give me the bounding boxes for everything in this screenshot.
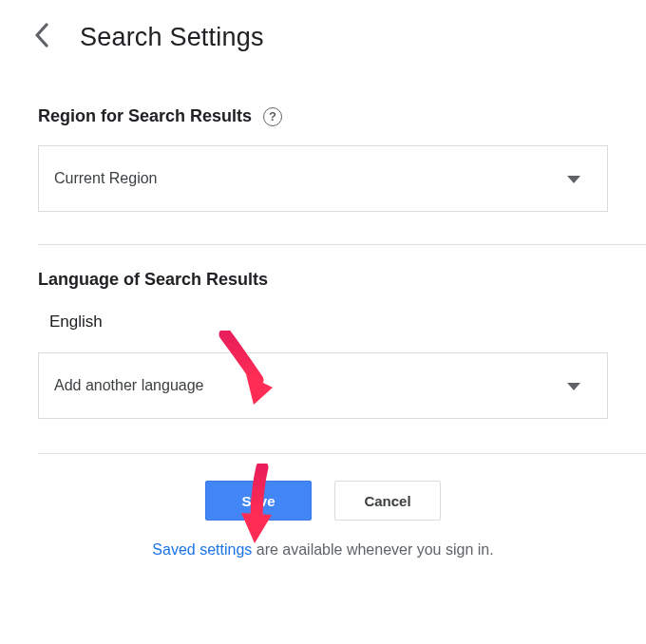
- footer-rest: are available whenever you sign in.: [252, 541, 493, 558]
- region-section: Region for Search Results ? Current Regi…: [0, 106, 646, 212]
- saved-settings-link[interactable]: Saved settings: [152, 541, 252, 558]
- header: Search Settings: [0, 0, 646, 65]
- add-language-dropdown[interactable]: Add another language: [38, 352, 608, 419]
- cancel-button[interactable]: Cancel: [334, 481, 441, 521]
- region-dropdown-value: Current Region: [54, 170, 158, 187]
- current-language: English: [38, 309, 608, 352]
- help-icon[interactable]: ?: [263, 107, 282, 126]
- language-section: Language of Search Results English Add a…: [0, 270, 646, 419]
- chevron-down-icon: [567, 170, 580, 187]
- region-dropdown[interactable]: Current Region: [38, 145, 608, 212]
- language-section-title: Language of Search Results: [38, 270, 268, 290]
- divider: [38, 453, 646, 454]
- back-icon[interactable]: [28, 19, 55, 55]
- divider: [38, 244, 646, 245]
- language-section-header: Language of Search Results: [38, 270, 608, 290]
- add-language-dropdown-value: Add another language: [54, 377, 203, 394]
- footer-text: Saved settings are available whenever yo…: [0, 541, 646, 559]
- region-section-header: Region for Search Results ?: [38, 106, 608, 126]
- save-button[interactable]: Save: [205, 481, 312, 521]
- chevron-down-icon: [567, 377, 580, 394]
- button-row: Save Cancel: [0, 481, 646, 521]
- region-section-title: Region for Search Results: [38, 106, 252, 126]
- page-title: Search Settings: [80, 23, 264, 52]
